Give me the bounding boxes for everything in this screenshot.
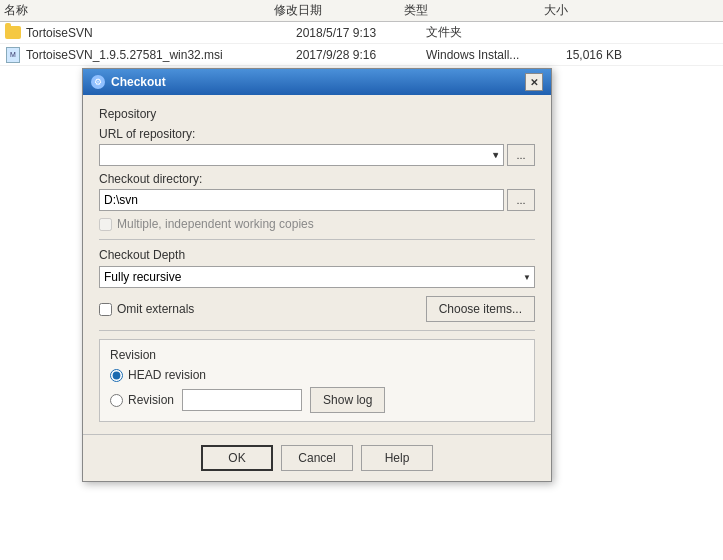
url-browse-button[interactable]: ... xyxy=(507,144,535,166)
file-name-1: TortoiseSVN_1.9.5.27581_win32.msi xyxy=(26,48,296,62)
depth-select-row: Fully recursive Immediate children Only … xyxy=(99,266,535,288)
show-log-button[interactable]: Show log xyxy=(310,387,385,413)
separator-1 xyxy=(99,239,535,240)
checkout-dir-input[interactable] xyxy=(99,189,504,211)
col-date-header: 修改日期 xyxy=(274,2,404,19)
head-revision-label: HEAD revision xyxy=(128,368,206,382)
folder-icon xyxy=(4,25,22,41)
col-size-header: 大小 xyxy=(544,2,624,19)
dialog-titlebar: ⚙ Checkout ✕ xyxy=(83,69,551,95)
file-type-1: Windows Install... xyxy=(426,48,566,62)
table-row[interactable]: M TortoiseSVN_1.9.5.27581_win32.msi 2017… xyxy=(0,44,723,66)
cancel-button[interactable]: Cancel xyxy=(281,445,353,471)
omit-externals-checkbox-row: Omit externals xyxy=(99,302,194,316)
dialog-title: Checkout xyxy=(111,75,166,89)
dialog-footer: OK Cancel Help xyxy=(83,434,551,481)
checkout-dir-input-row: ... xyxy=(99,189,535,211)
revision-label: Revision xyxy=(128,393,174,407)
revision-section: Revision HEAD revision Revision Show log xyxy=(99,339,535,422)
multiple-copies-label: Multiple, independent working copies xyxy=(117,217,314,231)
separator-2 xyxy=(99,330,535,331)
multiple-copies-row: Multiple, independent working copies xyxy=(99,217,535,231)
head-revision-radio-row: HEAD revision xyxy=(110,368,524,382)
url-select-wrapper: ▼ xyxy=(99,144,504,166)
revision-input-row: Revision Show log xyxy=(110,387,524,413)
revision-input[interactable] xyxy=(182,389,302,411)
close-button[interactable]: ✕ xyxy=(525,73,543,91)
help-button[interactable]: Help xyxy=(361,445,433,471)
table-row[interactable]: TortoiseSVN 2018/5/17 9:13 文件夹 xyxy=(0,22,723,44)
col-type-header: 类型 xyxy=(404,2,544,19)
depth-select[interactable]: Fully recursive Immediate children Only … xyxy=(99,266,535,288)
revision-section-title: Revision xyxy=(110,348,524,362)
depth-omit-row: Fully recursive Immediate children Only … xyxy=(99,266,535,288)
dialog-icon: ⚙ xyxy=(91,75,105,89)
dialog-title-left: ⚙ Checkout xyxy=(91,75,166,89)
repository-section-label: Repository xyxy=(99,107,535,121)
explorer-columns: 名称 修改日期 类型 大小 xyxy=(0,0,723,22)
file-size-1: 15,016 KB xyxy=(566,48,646,62)
choose-items-button[interactable]: Choose items... xyxy=(426,296,535,322)
url-input[interactable] xyxy=(99,144,504,166)
col-name-header: 名称 xyxy=(4,2,274,19)
head-revision-radio[interactable] xyxy=(110,369,123,382)
file-date-0: 2018/5/17 9:13 xyxy=(296,26,426,40)
depth-select-wrapper: Fully recursive Immediate children Only … xyxy=(99,266,535,288)
checkout-dir-label: Checkout directory: xyxy=(99,172,535,186)
checkout-dir-browse-button[interactable]: ... xyxy=(507,189,535,211)
ok-button[interactable]: OK xyxy=(201,445,273,471)
msi-icon: M xyxy=(4,47,22,63)
omit-externals-checkbox[interactable] xyxy=(99,303,112,316)
multiple-copies-checkbox[interactable] xyxy=(99,218,112,231)
omit-externals-label: Omit externals xyxy=(117,302,194,316)
checkout-depth-label: Checkout Depth xyxy=(99,248,535,262)
url-input-row: ▼ ... xyxy=(99,144,535,166)
file-date-1: 2017/9/28 9:16 xyxy=(296,48,426,62)
file-type-0: 文件夹 xyxy=(426,24,566,41)
revision-radio[interactable] xyxy=(110,394,123,407)
file-name-0: TortoiseSVN xyxy=(26,26,296,40)
checkout-dialog: ⚙ Checkout ✕ Repository URL of repositor… xyxy=(82,68,552,482)
dialog-body: Repository URL of repository: ▼ ... Chec… xyxy=(83,95,551,434)
omit-externals-row: Omit externals Choose items... xyxy=(99,296,535,322)
url-field-label: URL of repository: xyxy=(99,127,535,141)
revision-radio-row: Revision xyxy=(110,393,174,407)
